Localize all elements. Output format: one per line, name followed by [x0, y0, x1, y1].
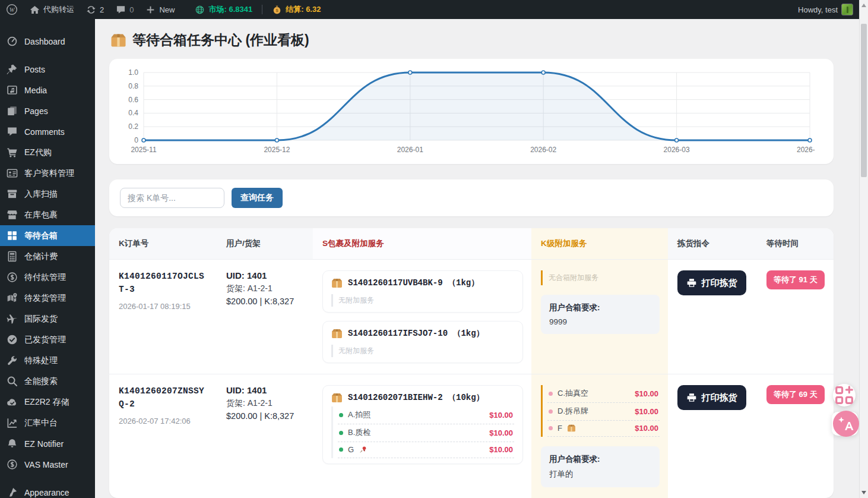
update-icon [86, 5, 96, 15]
sidebar-item-label: Pages [24, 106, 48, 116]
sidebar-item-1[interactable]: Posts [0, 59, 95, 80]
green-dot-icon [339, 431, 343, 435]
wordpress-logo-button[interactable]: W [0, 0, 24, 19]
scroll-down-arrow[interactable] [861, 491, 866, 494]
sidebar-item-18[interactable]: 汇率中台 [0, 412, 95, 433]
comments-link[interactable]: 0 [110, 0, 140, 19]
sidebar-item-label: 客户资料管理 [24, 168, 74, 179]
package-emoji [567, 424, 576, 432]
market-rate-indicator[interactable]: 市场: 6.8341 [189, 0, 258, 19]
sidebar-item-label: Dashboard [24, 37, 65, 46]
page-title: 等待合箱任务中心 (作业看板) [110, 31, 859, 49]
cart-icon [7, 147, 18, 158]
wait-days-badge: 等待了 69 天 [766, 385, 825, 404]
site-name: 代购转运 [43, 4, 74, 15]
sidebar-item-label: Comments [24, 127, 65, 137]
sidebar-item-label: 特殊处理 [24, 355, 58, 366]
order-date: 2026-01-17 08:19:15 [119, 302, 208, 311]
sidebar-item-6[interactable]: 客户资料管理 [0, 163, 95, 184]
sidebar-item-10[interactable]: 仓储计费 [0, 246, 95, 267]
service-label: C.抽真空 [557, 388, 588, 399]
check-circle-icon [7, 334, 18, 345]
scrollbar-thumb[interactable] [861, 24, 867, 177]
sidebar-item-17[interactable]: EZ2R2 存储 [0, 392, 95, 412]
store-icon [7, 209, 18, 220]
table-row: K1401260207ZNSSYQ-2 2026-02-07 17:42:06 … [109, 374, 834, 498]
admin-bar-divider [262, 5, 262, 14]
updates-count: 2 [100, 5, 104, 14]
admin-bar: W 代购转运 2 0 New 市场: 6.8341 $结算: 6.32 Howd… [0, 0, 859, 19]
sidebar-item-21[interactable]: Appearance [0, 482, 95, 498]
market-rate-text: 市场: 6.8341 [208, 4, 252, 15]
service-label: F [557, 424, 562, 433]
bell-icon [7, 438, 18, 449]
service-label: G [348, 445, 354, 454]
print-picking-button[interactable]: 打印拣货 [677, 270, 746, 295]
sidebar-item-label: EZ Notifier [24, 439, 64, 449]
service-price: $10.00 [489, 411, 513, 420]
sidebar-item-16[interactable]: 全能搜索 [0, 371, 95, 392]
value-weight: $200.00 | K:8,327 [226, 297, 305, 306]
sidebar-item-9[interactable]: 等待合箱 [0, 225, 95, 246]
service-row: C.抽真空$10.00 [547, 385, 660, 403]
merge-requirement-box: 用户合箱要求: 打单的 [541, 446, 660, 487]
translate-icon [832, 411, 858, 437]
new-content-button[interactable]: New [140, 0, 180, 19]
scroll-up-arrow[interactable] [861, 4, 866, 7]
header-k-services: K级附加服务 [531, 228, 668, 259]
sidebar-item-14[interactable]: 已发货管理 [0, 329, 95, 350]
svg-text:2025-11: 2025-11 [131, 146, 156, 154]
sidebar-item-12[interactable]: 待发货管理 [0, 288, 95, 308]
service-price: $10.00 [489, 445, 513, 454]
sidebar-item-19[interactable]: EZ Notifier [0, 433, 95, 454]
updates-link[interactable]: 2 [80, 0, 110, 19]
no-service-note: 无附加服务 [331, 345, 514, 357]
sidebar-item-4[interactable]: Comments [0, 121, 95, 142]
user-id: UID: 1401 [226, 385, 305, 395]
sidebar-item-20[interactable]: VAS Master [0, 454, 95, 475]
sidebar-item-11[interactable]: 待付款管理 [0, 267, 95, 288]
k-order-search-input[interactable] [120, 188, 224, 208]
order-date: 2026-02-07 17:42:06 [119, 417, 208, 425]
sidebar-item-2[interactable]: Media [0, 80, 95, 100]
header-k-order: K订单号 [109, 238, 217, 249]
translate-extension-button[interactable] [832, 412, 858, 436]
service-price: $10.00 [489, 428, 513, 437]
svg-text:2026-01: 2026-01 [397, 146, 423, 154]
tasks-line-chart: 1.00.80.60.40.202025-112025-122026-01202… [116, 68, 823, 156]
browser-scrollbar[interactable] [859, 0, 868, 498]
site-home-link[interactable]: 代购转运 [24, 0, 80, 19]
search-card: 查询任务 [109, 179, 834, 216]
sidebar-item-label: 汇率中台 [24, 418, 58, 428]
sidebar-item-5[interactable]: EZ代购 [0, 142, 95, 163]
account-menu[interactable]: Howdy, test [792, 0, 859, 19]
sidebar-item-label: 国际发货 [24, 314, 58, 324]
sidebar-item-label: 待发货管理 [24, 293, 66, 304]
sidebar-item-3[interactable]: Pages [0, 100, 95, 121]
k-services-cell: 无合箱附加服务 用户合箱要求: 9999 [531, 260, 668, 374]
media-icon [7, 84, 18, 96]
sidebar-item-8[interactable]: 在库包裹 [0, 204, 95, 225]
svg-text:0.2: 0.2 [128, 122, 138, 131]
sidebar-item-label: 待付款管理 [24, 272, 66, 283]
sidebar-item-0[interactable]: Dashboard [0, 31, 95, 52]
svg-text:2026-03: 2026-03 [664, 146, 690, 154]
query-tasks-button[interactable]: 查询任务 [232, 188, 283, 208]
wrench-icon [7, 355, 18, 366]
sidebar-item-13[interactable]: 国际发货 [0, 308, 95, 329]
grid-sparkle-icon [833, 384, 856, 406]
comments-count: 0 [129, 5, 134, 14]
svg-text:2025-12: 2025-12 [264, 146, 290, 154]
home-icon [30, 5, 40, 15]
collect-extension-button[interactable] [833, 384, 856, 406]
admin-sidebar: DashboardPostsMediaPagesCommentsEZ代购客户资料… [0, 19, 95, 498]
sidebar-item-15[interactable]: 特殊处理 [0, 350, 95, 371]
sidebar-item-7[interactable]: 入库扫描 [0, 184, 95, 204]
print-picking-button[interactable]: 打印拣货 [677, 385, 746, 410]
sidebar-menu: DashboardPostsMediaPagesCommentsEZ代购客户资料… [0, 31, 95, 498]
cloud-icon [7, 396, 18, 408]
main-content: 等待合箱任务中心 (作业看板) 1.00.80.60.40.202025-112… [95, 19, 859, 498]
package-id: S1401260117IFSJO7-10 （1kg） [348, 328, 484, 339]
id-card-icon [7, 168, 18, 179]
settlement-rate-indicator[interactable]: $结算: 6.32 [266, 0, 327, 19]
